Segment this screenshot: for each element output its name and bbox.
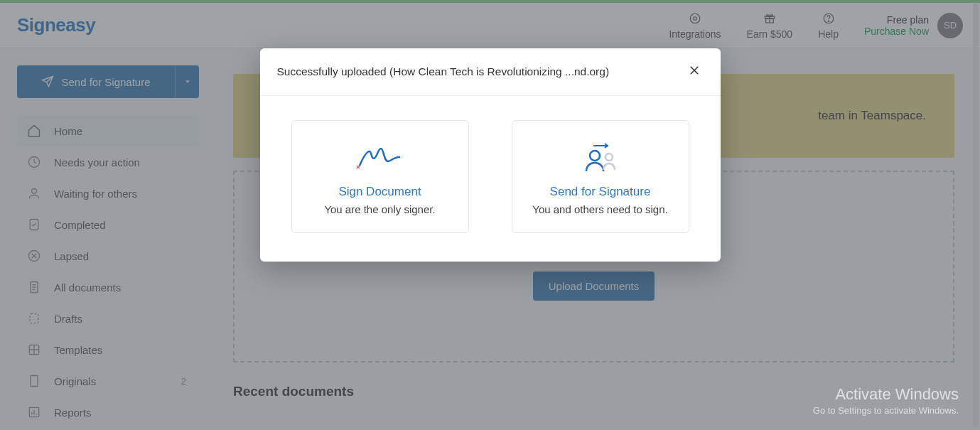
svg-point-28	[605, 154, 613, 161]
sign-document-title: Sign Document	[338, 185, 421, 199]
sign-document-sub: You are the only signer.	[324, 203, 435, 215]
send-for-signature-card[interactable]: Send for Signature You and others need t…	[512, 120, 689, 233]
modal-close-button[interactable]	[685, 61, 704, 82]
send-for-signature-sub: You and others need to sign.	[532, 203, 667, 215]
close-icon	[688, 64, 701, 77]
send-for-signature-title: Send for Signature	[550, 185, 651, 199]
upload-success-modal: Successfully uploaded (How Clean Tech is…	[260, 48, 721, 262]
signature-icon	[355, 142, 405, 175]
modal-title: Successfully uploaded (How Clean Tech is…	[277, 65, 685, 78]
svg-point-27	[590, 151, 600, 161]
sign-document-card[interactable]: Sign Document You are the only signer.	[291, 120, 469, 233]
send-signature-icon	[579, 142, 622, 175]
